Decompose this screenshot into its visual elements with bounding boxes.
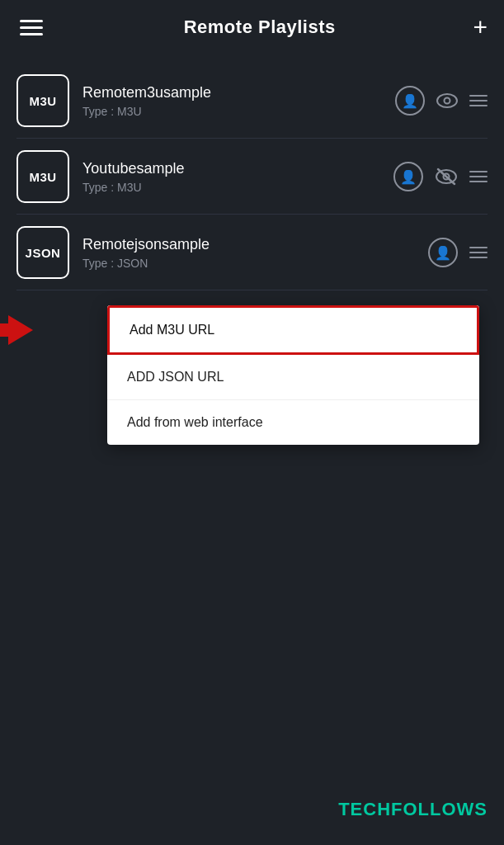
dropdown-item-add-json[interactable]: ADD JSON URL (107, 355, 479, 400)
eye-slash-icon-2[interactable] (435, 168, 458, 186)
playlist-name-2: Youtubesample (82, 160, 380, 177)
playlist-info-2: Youtubesample Type : M3U (82, 160, 380, 194)
person-icon-2[interactable]: 👤 (393, 162, 423, 191)
add-button[interactable]: + (473, 15, 488, 40)
dropdown-item-add-web[interactable]: Add from web interface (107, 400, 479, 445)
menu-icon-3[interactable] (469, 247, 488, 258)
list-item: M3U Youtubesample Type : M3U 👤 (0, 139, 504, 215)
playlist-type-1: Type : M3U (82, 105, 382, 118)
dropdown-item-add-m3u[interactable]: Add M3U URL (107, 305, 479, 355)
svg-point-0 (437, 94, 457, 107)
menu-button[interactable] (16, 17, 46, 39)
person-icon-1[interactable]: 👤 (395, 86, 425, 116)
type-badge-json: JSON (16, 226, 69, 279)
app-header: Remote Playlists + (0, 0, 504, 54)
menu-icon-2[interactable] (469, 171, 488, 182)
watermark: TECHFOLLOWS (338, 799, 488, 820)
playlist-info-3: Remotejsonsample Type : JSON (82, 236, 415, 270)
svg-point-1 (445, 98, 450, 104)
page-title: Remote Playlists (184, 17, 336, 38)
arrow-icon (8, 315, 33, 345)
type-badge-m3u-2: M3U (16, 150, 69, 203)
list-item: M3U Remotem3usample Type : M3U 👤 (0, 63, 504, 139)
playlist-type-3: Type : JSON (82, 257, 415, 270)
playlist-actions-1: 👤 (395, 86, 488, 116)
type-badge-m3u-1: M3U (16, 74, 69, 127)
eye-icon-1[interactable] (436, 93, 458, 108)
playlist-actions-3: 👤 (428, 238, 488, 267)
playlist-list: M3U Remotem3usample Type : M3U 👤 M3U You… (0, 54, 504, 299)
red-arrow-indicator (8, 305, 33, 355)
playlist-type-2: Type : M3U (82, 181, 380, 194)
playlist-name-3: Remotejsonsample (82, 236, 415, 253)
dropdown-menu: Add M3U URL ADD JSON URL Add from web in… (107, 305, 479, 445)
menu-icon-1[interactable] (469, 95, 488, 106)
list-item: JSON Remotejsonsample Type : JSON 👤 (0, 215, 504, 290)
person-icon-3[interactable]: 👤 (428, 238, 458, 267)
playlist-actions-2: 👤 (393, 162, 488, 191)
playlist-name-1: Remotem3usample (82, 84, 382, 101)
playlist-info-1: Remotem3usample Type : M3U (82, 84, 382, 118)
